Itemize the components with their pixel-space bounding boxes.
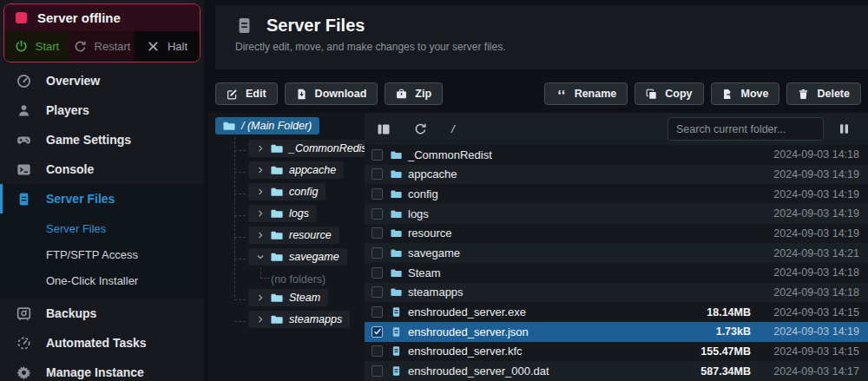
file-row[interactable]: savegame2024-09-03 14:21 bbox=[365, 243, 868, 263]
file-row[interactable]: steamapps2024-09-03 14:18 bbox=[365, 283, 868, 303]
button-label: Delete bbox=[817, 88, 850, 100]
file-row[interactable]: Steam2024-09-03 14:18 bbox=[365, 263, 868, 283]
restart-button[interactable]: Restart bbox=[69, 31, 135, 62]
tree-folder-chip[interactable]: logs bbox=[248, 205, 317, 222]
tree-folder-label: appcache bbox=[289, 164, 336, 176]
row-checkbox[interactable] bbox=[372, 267, 383, 279]
copy-button[interactable]: Copy bbox=[635, 82, 703, 105]
tree-empty-label: (no folders) bbox=[271, 273, 326, 286]
row-checkbox[interactable] bbox=[372, 168, 383, 180]
pause-icon[interactable] bbox=[838, 122, 851, 135]
chevr-icon bbox=[256, 187, 265, 196]
file-row[interactable]: enshrouded_server.json1.73kB2024-09-03 1… bbox=[365, 322, 868, 342]
row-checkbox[interactable] bbox=[372, 227, 383, 239]
search-input[interactable] bbox=[667, 117, 824, 141]
delete-button[interactable]: Delete bbox=[786, 82, 861, 105]
row-checkbox[interactable] bbox=[372, 326, 383, 338]
tree-folder-chip[interactable]: savegame bbox=[248, 248, 347, 266]
tree-root-folder[interactable]: / (Main Folder) bbox=[215, 117, 319, 135]
gauge-icon bbox=[16, 74, 31, 89]
file-row[interactable]: enshrouded_server.kfc155.47MB2024-09-03 … bbox=[365, 342, 868, 362]
edit-button[interactable]: Edit bbox=[215, 82, 278, 105]
filedoc-icon bbox=[391, 365, 402, 377]
row-checkbox[interactable] bbox=[372, 286, 383, 298]
sidebar-item-automated-tasks[interactable]: Automated Tasks bbox=[0, 328, 204, 358]
folder-icon bbox=[391, 149, 402, 161]
file-size: 1.73kB bbox=[716, 325, 751, 338]
folder-icon bbox=[391, 286, 402, 298]
row-checkbox[interactable] bbox=[372, 149, 383, 161]
file-name: enshrouded_server.exe bbox=[408, 305, 526, 319]
server-status-header: Server offline bbox=[4, 4, 200, 31]
sidebar-item-label: Overview bbox=[46, 74, 100, 88]
download-button[interactable]: Download bbox=[285, 82, 378, 105]
row-checkbox[interactable] bbox=[372, 188, 383, 200]
tree-folder-chip[interactable]: Steam bbox=[248, 289, 328, 306]
tree-folder-label: logs bbox=[289, 207, 309, 220]
zip-button[interactable]: Zip bbox=[385, 82, 443, 105]
sidebar-item-console[interactable]: Console bbox=[0, 154, 204, 184]
file-row[interactable]: enshrouded_server.exe18.14MB2024-09-03 1… bbox=[365, 302, 868, 322]
tree-folder-label: steamapps bbox=[289, 313, 342, 325]
subnav-item-ftp-sftp-access[interactable]: FTP/SFTP Access bbox=[0, 241, 204, 267]
row-checkbox[interactable] bbox=[372, 208, 383, 220]
row-checkbox[interactable] bbox=[372, 306, 383, 318]
row-checkbox[interactable] bbox=[372, 247, 383, 259]
status-button-label: Restart bbox=[95, 40, 131, 53]
subnav-item-one-click-installer[interactable]: One-Click Installer bbox=[0, 267, 204, 293]
tree-folder-label: savegame bbox=[289, 251, 339, 263]
folder-icon bbox=[271, 186, 283, 198]
file-row[interactable]: _CommonRedist2024-09-03 14:18 bbox=[365, 145, 868, 165]
subnav-item-label: FTP/SFTP Access bbox=[46, 248, 138, 261]
button-label: Move bbox=[741, 88, 769, 100]
file-modified-date: 2024-09-03 14:18 bbox=[759, 286, 859, 299]
sidebar-item-game-settings[interactable]: Game Settings bbox=[0, 125, 204, 154]
tree-node: logs bbox=[234, 205, 365, 222]
toggle-tree-icon[interactable] bbox=[377, 122, 391, 136]
tree-node: savegame(no folders) bbox=[234, 248, 365, 285]
start-button[interactable]: Start bbox=[4, 31, 69, 62]
file-row[interactable]: appcache2024-09-03 14:19 bbox=[365, 165, 868, 185]
row-checkbox[interactable] bbox=[372, 345, 383, 357]
move-button[interactable]: Move bbox=[711, 82, 780, 105]
subnav-item-server-files-sub[interactable]: Server Files bbox=[0, 215, 204, 241]
zip-icon bbox=[396, 89, 407, 100]
folder-icon bbox=[271, 251, 283, 263]
status-button-label: Halt bbox=[168, 40, 187, 53]
halt-button[interactable]: Halt bbox=[135, 31, 200, 62]
file-name: enshrouded_server_000.dat bbox=[408, 365, 549, 378]
rename-button[interactable]: Rename bbox=[544, 82, 628, 105]
button-label: Zip bbox=[415, 88, 431, 100]
file-modified-date: 2024-09-03 14:19 bbox=[759, 325, 859, 338]
folder-icon bbox=[391, 267, 402, 279]
page-header-row: Server Files bbox=[235, 16, 848, 36]
safe-icon bbox=[16, 306, 31, 321]
file-name: steamapps bbox=[408, 286, 464, 299]
refresh-icon[interactable] bbox=[414, 122, 427, 135]
tree-folder-chip[interactable]: config bbox=[248, 183, 326, 200]
button-label: Copy bbox=[665, 88, 692, 100]
file-row[interactable]: enshrouded_server_000.dat587.34MB2024-09… bbox=[365, 361, 868, 381]
file-row[interactable]: config2024-09-03 14:19 bbox=[365, 184, 868, 204]
sidebar-item-manage-instance[interactable]: Manage Instance bbox=[0, 358, 204, 381]
chevr-icon bbox=[256, 166, 265, 174]
sidebar-item-server-files[interactable]: Server Files bbox=[0, 184, 204, 213]
file-modified-date: 2024-09-03 14:21 bbox=[759, 247, 859, 259]
folder-icon bbox=[271, 164, 283, 176]
sidebar-item-overview[interactable]: Overview bbox=[0, 66, 204, 95]
tree-folder-chip[interactable]: steamapps bbox=[248, 311, 350, 328]
file-row[interactable]: resource2024-09-03 14:19 bbox=[365, 224, 868, 244]
sidebar-nav: OverviewPlayersGame SettingsConsoleServe… bbox=[0, 66, 204, 381]
sidebar-item-backups[interactable]: Backups bbox=[0, 299, 204, 328]
server-control-buttons: StartRestartHalt bbox=[4, 31, 200, 62]
tree-folder-chip[interactable]: _CommonRedist bbox=[248, 140, 365, 157]
sidebar-item-label: Server Files bbox=[46, 192, 115, 206]
status-indicator-icon bbox=[16, 12, 27, 23]
folder-icon bbox=[223, 120, 235, 132]
tree-folder-chip[interactable]: appcache bbox=[248, 161, 344, 179]
sidebar-item-players[interactable]: Players bbox=[0, 95, 204, 125]
tree-folder-chip[interactable]: resource bbox=[248, 227, 339, 244]
button-label: Edit bbox=[246, 88, 266, 100]
row-checkbox[interactable] bbox=[372, 365, 383, 377]
file-row[interactable]: logs2024-09-03 14:19 bbox=[365, 204, 868, 224]
